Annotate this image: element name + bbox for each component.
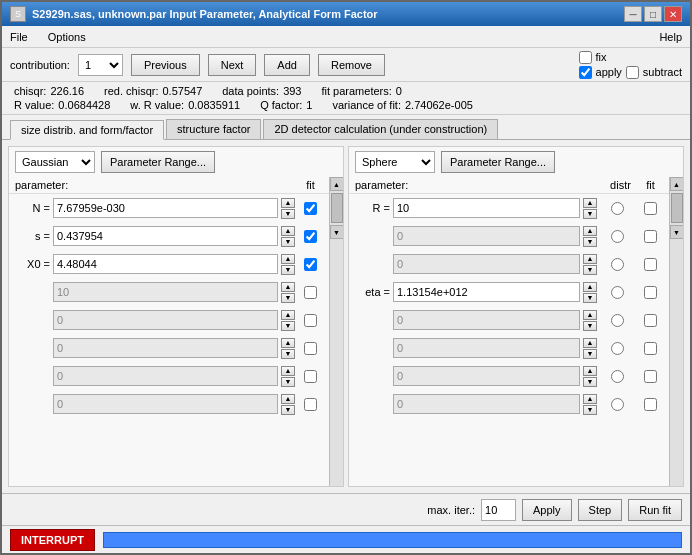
left-scrollbar-up[interactable]: ▲ bbox=[330, 177, 344, 191]
right-spin-up-3[interactable]: ▲ bbox=[583, 282, 597, 292]
right-spin-down-6[interactable]: ▼ bbox=[583, 377, 597, 387]
right-spin-down-2[interactable]: ▼ bbox=[583, 265, 597, 275]
next-button[interactable]: Next bbox=[208, 54, 257, 76]
right-param-input-0[interactable] bbox=[393, 198, 580, 218]
left-fit-checkbox-6[interactable] bbox=[304, 370, 317, 383]
maximize-button[interactable]: □ bbox=[644, 6, 662, 22]
right-param-input-2[interactable] bbox=[393, 254, 580, 274]
right-param-input-7[interactable] bbox=[393, 394, 580, 414]
right-fit-checkbox-0[interactable] bbox=[644, 202, 657, 215]
add-button[interactable]: Add bbox=[264, 54, 310, 76]
left-spin-up-3[interactable]: ▲ bbox=[281, 282, 295, 292]
run-fit-button[interactable]: Run fit bbox=[628, 499, 682, 521]
right-fit-checkbox-5[interactable] bbox=[644, 342, 657, 355]
right-fit-checkbox-2[interactable] bbox=[644, 258, 657, 271]
fix-checkbox[interactable] bbox=[579, 51, 592, 64]
right-param-input-4[interactable] bbox=[393, 310, 580, 330]
left-param-input-6[interactable] bbox=[53, 366, 278, 386]
right-spin-down-7[interactable]: ▼ bbox=[583, 405, 597, 415]
minimize-button[interactable]: ─ bbox=[624, 6, 642, 22]
right-spin-down-4[interactable]: ▼ bbox=[583, 321, 597, 331]
apply-checkbox[interactable] bbox=[579, 66, 592, 79]
left-fit-checkbox-4[interactable] bbox=[304, 314, 317, 327]
remove-button[interactable]: Remove bbox=[318, 54, 385, 76]
left-fit-checkbox-5[interactable] bbox=[304, 342, 317, 355]
left-param-input-3[interactable] bbox=[53, 282, 278, 302]
right-param-input-6[interactable] bbox=[393, 366, 580, 386]
right-spin-up-5[interactable]: ▲ bbox=[583, 338, 597, 348]
left-spin-down-3[interactable]: ▼ bbox=[281, 293, 295, 303]
left-spin-up-1[interactable]: ▲ bbox=[281, 226, 295, 236]
right-distr-radio-input-2[interactable] bbox=[611, 258, 624, 271]
right-param-input-3[interactable] bbox=[393, 282, 580, 302]
right-distr-radio-input-0[interactable] bbox=[611, 202, 624, 215]
tab-2d-detector[interactable]: 2D detector calculation (under construct… bbox=[263, 119, 498, 139]
right-spin-up-1[interactable]: ▲ bbox=[583, 226, 597, 236]
left-spin-up-6[interactable]: ▲ bbox=[281, 366, 295, 376]
previous-button[interactable]: Previous bbox=[131, 54, 200, 76]
right-param-input-5[interactable] bbox=[393, 338, 580, 358]
tab-size-distrib[interactable]: size distrib. and form/factor bbox=[10, 120, 164, 140]
right-fit-checkbox-3[interactable] bbox=[644, 286, 657, 299]
left-spin-down-4[interactable]: ▼ bbox=[281, 321, 295, 331]
right-fit-checkbox-7[interactable] bbox=[644, 398, 657, 411]
left-spin-down-6[interactable]: ▼ bbox=[281, 377, 295, 387]
right-spin-up-0[interactable]: ▲ bbox=[583, 198, 597, 208]
left-param-input-7[interactable] bbox=[53, 394, 278, 414]
right-distr-radio-input-4[interactable] bbox=[611, 314, 624, 327]
right-distr-radio-input-7[interactable] bbox=[611, 398, 624, 411]
left-scrollbar-thumb[interactable] bbox=[331, 193, 343, 223]
left-spin-down-7[interactable]: ▼ bbox=[281, 405, 295, 415]
left-spin-down-0[interactable]: ▼ bbox=[281, 209, 295, 219]
left-param-input-1[interactable] bbox=[53, 226, 278, 246]
right-scrollbar-up[interactable]: ▲ bbox=[670, 177, 684, 191]
right-fit-checkbox-1[interactable] bbox=[644, 230, 657, 243]
left-param-input-5[interactable] bbox=[53, 338, 278, 358]
subtract-checkbox[interactable] bbox=[626, 66, 639, 79]
left-spin-up-0[interactable]: ▲ bbox=[281, 198, 295, 208]
right-spin-up-7[interactable]: ▲ bbox=[583, 394, 597, 404]
right-spin-down-3[interactable]: ▼ bbox=[583, 293, 597, 303]
right-scrollbar-thumb[interactable] bbox=[671, 193, 683, 223]
right-fit-checkbox-6[interactable] bbox=[644, 370, 657, 383]
right-scrollbar-down[interactable]: ▼ bbox=[670, 225, 684, 239]
menu-help[interactable]: Help bbox=[655, 29, 686, 45]
right-param-input-1[interactable] bbox=[393, 226, 580, 246]
left-param-range-button[interactable]: Parameter Range... bbox=[101, 151, 215, 173]
left-panel-select[interactable]: Gaussian bbox=[15, 151, 95, 173]
menu-file[interactable]: File bbox=[6, 29, 32, 45]
right-distr-radio-input-5[interactable] bbox=[611, 342, 624, 355]
left-spin-up-7[interactable]: ▲ bbox=[281, 394, 295, 404]
right-spin-up-6[interactable]: ▲ bbox=[583, 366, 597, 376]
right-spin-down-5[interactable]: ▼ bbox=[583, 349, 597, 359]
left-spin-up-2[interactable]: ▲ bbox=[281, 254, 295, 264]
right-param-range-button[interactable]: Parameter Range... bbox=[441, 151, 555, 173]
right-distr-radio-input-1[interactable] bbox=[611, 230, 624, 243]
left-fit-checkbox-3[interactable] bbox=[304, 286, 317, 299]
right-fit-checkbox-4[interactable] bbox=[644, 314, 657, 327]
apply-button[interactable]: Apply bbox=[522, 499, 572, 521]
tab-structure-factor[interactable]: structure factor bbox=[166, 119, 261, 139]
left-spin-down-2[interactable]: ▼ bbox=[281, 265, 295, 275]
right-spin-up-2[interactable]: ▲ bbox=[583, 254, 597, 264]
left-spin-up-4[interactable]: ▲ bbox=[281, 310, 295, 320]
close-button[interactable]: ✕ bbox=[664, 6, 682, 22]
step-button[interactable]: Step bbox=[578, 499, 623, 521]
left-fit-checkbox-0[interactable] bbox=[304, 202, 317, 215]
right-spin-down-0[interactable]: ▼ bbox=[583, 209, 597, 219]
max-iter-input[interactable] bbox=[481, 499, 516, 521]
right-spin-down-1[interactable]: ▼ bbox=[583, 237, 597, 247]
interrupt-button[interactable]: INTERRUPT bbox=[10, 529, 95, 551]
right-spin-up-4[interactable]: ▲ bbox=[583, 310, 597, 320]
left-param-input-4[interactable] bbox=[53, 310, 278, 330]
left-fit-checkbox-2[interactable] bbox=[304, 258, 317, 271]
right-distr-radio-input-3[interactable] bbox=[611, 286, 624, 299]
left-scrollbar-down[interactable]: ▼ bbox=[330, 225, 344, 239]
menu-options[interactable]: Options bbox=[44, 29, 90, 45]
left-param-input-2[interactable] bbox=[53, 254, 278, 274]
left-spin-up-5[interactable]: ▲ bbox=[281, 338, 295, 348]
contribution-select[interactable]: 1 bbox=[78, 54, 123, 76]
left-fit-checkbox-1[interactable] bbox=[304, 230, 317, 243]
left-fit-checkbox-7[interactable] bbox=[304, 398, 317, 411]
right-panel-select[interactable]: Sphere bbox=[355, 151, 435, 173]
